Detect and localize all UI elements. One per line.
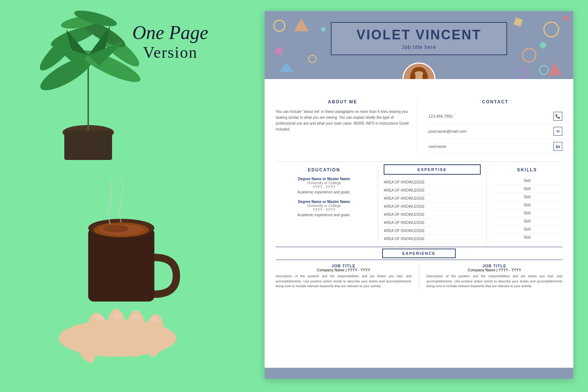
skill-item-8: Skill	[492, 234, 562, 242]
expertise-column: EXPERTISE AREA OF KNOWLEDGE AREA OF KNOW…	[378, 167, 486, 243]
expertise-item-7: AREA OF KNOWLEDGE	[384, 227, 480, 235]
edu-school-1: University or College	[276, 181, 372, 185]
linkedin-value: username	[429, 144, 447, 149]
expertise-item-4: AREA OF KNOWLEDGE	[384, 203, 480, 211]
expertise-item-5: AREA OF KNOWLEDGE	[384, 211, 480, 219]
svg-marker-35	[548, 63, 562, 75]
edu-degree-1: Degree Name or Master Name	[276, 177, 372, 181]
exp-company-1: Company Name | YYYY - YYYY	[276, 268, 412, 272]
edu-years-2: YYYY - YYYY	[276, 208, 372, 212]
title-line2: Version	[132, 43, 208, 62]
svg-rect-16	[88, 228, 154, 302]
edu-desc-1: Academic experience and goals.	[276, 190, 372, 194]
svg-rect-39	[539, 41, 546, 49]
svg-point-33	[539, 65, 548, 74]
skill-item-7: Skill	[492, 225, 562, 234]
education-entry-2: Degree Name or Master Name University or…	[276, 200, 372, 217]
hand-coffee-decoration	[44, 154, 228, 368]
education-column: EDUCATION Degree Name or Master Name Uni…	[276, 167, 378, 243]
skill-item-4: Skill	[492, 201, 562, 209]
expertise-item-6: AREA OF KNOWLEDGE	[384, 219, 480, 227]
svg-point-41	[517, 68, 527, 79]
svg-point-20	[103, 225, 129, 232]
resume-header: VIOLET VINCENT Job title here	[265, 11, 573, 79]
title-line1: One Page	[132, 22, 208, 43]
resume-document: VIOLET VINCENT Job title here	[265, 11, 573, 379]
phone-icon: 📞	[553, 112, 562, 121]
expertise-item-2: AREA OF KNOWLEDGE	[384, 186, 480, 195]
expertise-item-8: AREA OF KNOWLEDGE	[384, 235, 480, 243]
about-section-title: ABOUT ME	[276, 99, 410, 104]
svg-marker-34	[294, 18, 309, 31]
email-icon: ✉	[553, 127, 562, 136]
skills-section-title: SKILLS	[492, 167, 562, 172]
phone-contact-item: 123.456.7891 📞	[429, 109, 563, 124]
svg-rect-37	[513, 17, 523, 27]
email-value: yourname@mail.com	[429, 129, 467, 133]
phone-value: 123.456.7891	[429, 114, 453, 118]
linkedin-icon: in	[553, 142, 562, 151]
expertise-section-title: EXPERTISE	[392, 167, 472, 172]
experience-job-2: JOB TITLE Company Name | YYYY - YYYY Des…	[419, 264, 563, 289]
resume-name: VIOLET VINCENT	[339, 27, 499, 43]
skill-item-1: Skill	[492, 177, 562, 185]
contact-column: CONTACT 123.456.7891 📞 yourname@mail.com…	[417, 99, 563, 154]
skill-item-5: Skill	[492, 209, 562, 217]
svg-point-29	[151, 317, 158, 322]
linkedin-contact-item: username in	[429, 139, 563, 154]
experience-section-title: EXPERIENCE	[394, 251, 444, 256]
expertise-item-1: AREA OF KNOWLEDGE	[384, 178, 480, 186]
resume-job-title: Job title here	[339, 44, 499, 50]
experience-header-box: EXPERIENCE	[382, 249, 456, 258]
skill-item-6: Skill	[492, 217, 562, 225]
skills-column: SKILLS Skill Skill Skill Skill Skill Ski…	[487, 167, 562, 243]
edu-school-2: University or College	[276, 204, 372, 208]
exp-company-2: Company Name | YYYY - YYYY	[427, 268, 563, 272]
svg-point-43	[321, 27, 326, 32]
skill-item-3: Skill	[492, 193, 562, 201]
exp-desc-1: Description of the position and the resp…	[276, 274, 412, 289]
svg-point-40	[309, 55, 316, 63]
page-title-area: One Page Version	[132, 22, 208, 62]
edu-degree-2: Degree Name or Master Name	[276, 200, 372, 204]
edu-desc-2: Academic experience and goals.	[276, 213, 372, 217]
svg-point-42	[563, 15, 569, 21]
about-text: You can include "about me" in these para…	[276, 109, 410, 132]
expertise-header-box: EXPERTISE	[384, 164, 480, 175]
exp-desc-2: Description of the position and the resp…	[427, 274, 563, 289]
about-column: ABOUT ME You can include "about me" in t…	[276, 99, 417, 154]
svg-point-32	[523, 49, 536, 62]
resume-footer	[265, 368, 573, 379]
experience-job-1: JOB TITLE Company Name | YYYY - YYYY Des…	[276, 264, 412, 289]
mid-section: EDUCATION Degree Name or Master Name Uni…	[276, 167, 562, 243]
edu-years-1: YYYY - YYYY	[276, 185, 372, 189]
exp-title-2: JOB TITLE	[427, 264, 563, 268]
email-contact-item: yourname@mail.com ✉	[429, 124, 563, 139]
top-section: ABOUT ME You can include "about me" in t…	[276, 99, 562, 162]
education-section-title: EDUCATION	[276, 167, 372, 172]
skill-item-2: Skill	[492, 185, 562, 193]
svg-point-27	[114, 314, 122, 319]
svg-point-28	[132, 314, 140, 320]
svg-rect-38	[275, 47, 283, 55]
exp-title-1: JOB TITLE	[276, 264, 412, 268]
svg-marker-36	[279, 63, 294, 72]
name-box: VIOLET VINCENT Job title here	[331, 22, 507, 55]
resume-body: ABOUT ME You can include "about me" in t…	[265, 79, 573, 296]
svg-point-26	[95, 315, 104, 321]
expertise-item-3: AREA OF KNOWLEDGE	[384, 195, 480, 203]
experience-columns: JOB TITLE Company Name | YYYY - YYYY Des…	[276, 264, 562, 289]
svg-point-31	[544, 22, 559, 37]
education-entry-1: Degree Name or Master Name University or…	[276, 177, 372, 194]
contact-section-title: CONTACT	[429, 99, 563, 104]
svg-point-30	[274, 20, 285, 31]
experience-section: EXPERIENCE JOB TITLE Company Name | YYYY…	[276, 247, 562, 289]
